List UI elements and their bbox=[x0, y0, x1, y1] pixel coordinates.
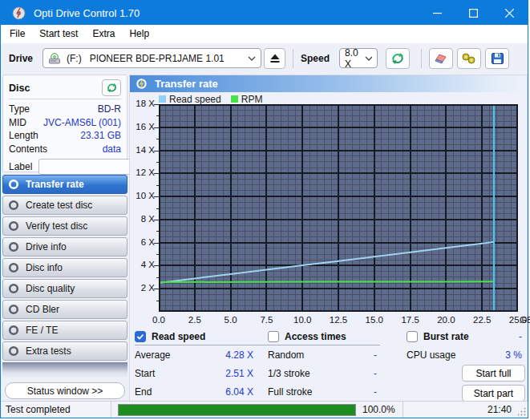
cd-icon bbox=[8, 345, 19, 357]
legend-rpm: RPM bbox=[231, 94, 263, 105]
transfer-rate-icon bbox=[136, 78, 148, 90]
disc-panel-title: Disc bbox=[9, 83, 30, 94]
toolbar: Drive (F:) PIONEER BDE-PR1JAME 1.01 Spee… bbox=[1, 43, 528, 73]
eject-icon bbox=[269, 53, 281, 63]
chart-title: Transfer rate bbox=[155, 78, 218, 90]
legend-swatch-read-speed bbox=[159, 95, 166, 103]
chevron-down-icon bbox=[365, 56, 372, 61]
refresh-disc-button[interactable] bbox=[102, 79, 121, 96]
cd-icon bbox=[8, 220, 19, 232]
cd-icon bbox=[8, 325, 19, 336]
stat-row-average: Average 4.28 X bbox=[135, 345, 268, 364]
status-window-button[interactable]: Status window >> bbox=[5, 382, 125, 399]
resize-grip[interactable] bbox=[518, 408, 526, 416]
y-axis-tick bbox=[154, 243, 159, 244]
window-title: Opti Drive Control 1.70 bbox=[34, 7, 140, 19]
x-axis-label: 7.5 bbox=[253, 315, 280, 325]
minimize-button[interactable] bbox=[419, 1, 455, 25]
menu-bar: File Start test Extra Help bbox=[1, 25, 528, 43]
series-rpm bbox=[159, 281, 494, 282]
y-axis-tick bbox=[156, 208, 159, 209]
chart-header: Transfer rate bbox=[130, 75, 527, 92]
burst-rate-value: - bbox=[519, 331, 525, 342]
search-disc-button[interactable] bbox=[457, 48, 481, 69]
disc-type-value: BD-R bbox=[98, 103, 121, 116]
disc-contents-value: data bbox=[103, 143, 121, 156]
access-times-stats: Access times Random - 1/3 stroke - Full … bbox=[268, 328, 380, 401]
disc-row-type: Type BD-R bbox=[9, 103, 121, 116]
y-axis-label: 18 X bbox=[130, 99, 155, 108]
disc-row-length: Length 23.31 GB bbox=[9, 129, 121, 143]
sidebar-item-extra-tests[interactable]: Extra tests bbox=[2, 341, 127, 361]
sidebar-item-disc-quality[interactable]: Disc quality bbox=[2, 279, 127, 298]
cd-icon bbox=[8, 262, 19, 273]
menu-help[interactable]: Help bbox=[122, 25, 156, 43]
plot-svg bbox=[159, 104, 518, 312]
y-axis-tick bbox=[154, 265, 159, 266]
stat-row-random: Random - bbox=[268, 345, 380, 364]
y-axis-tick bbox=[154, 289, 159, 289]
x-axis-label: 2.5 bbox=[181, 315, 208, 325]
sidebar-item-drive-info[interactable]: Drive info bbox=[2, 237, 127, 256]
disc-label-caption: Label bbox=[9, 161, 32, 172]
stat-row-start: Start 2.51 X bbox=[135, 364, 268, 382]
close-button[interactable] bbox=[492, 1, 528, 25]
sidebar-item-cd-bler[interactable]: CD Bler bbox=[2, 300, 127, 319]
burst-rate-stats: Burst rate - CPU usage 3 % Start full St… bbox=[407, 328, 525, 402]
cd-icon bbox=[8, 304, 19, 315]
y-axis-tick bbox=[156, 231, 159, 232]
sidebar-item-fe-te[interactable]: FE / TE bbox=[2, 321, 127, 340]
y-axis-label: 10 X bbox=[130, 191, 155, 200]
maximize-button[interactable] bbox=[455, 1, 492, 25]
y-axis-tick bbox=[154, 220, 159, 220]
start-full-button[interactable]: Start full bbox=[462, 365, 525, 382]
y-axis-tick bbox=[154, 173, 159, 174]
nav-label: Verify test disc bbox=[26, 220, 87, 232]
status-window-label: Status window >> bbox=[27, 386, 103, 397]
eraser-icon bbox=[433, 52, 449, 65]
refresh-speed-button[interactable] bbox=[386, 48, 410, 69]
start-part-button[interactable]: Start part bbox=[462, 385, 525, 402]
x-axis-unit: GB bbox=[520, 315, 530, 325]
nav-label: Disc info bbox=[26, 262, 63, 273]
check-icon bbox=[136, 333, 144, 341]
sidebar-item-transfer-rate[interactable]: Transfer rate bbox=[2, 175, 127, 194]
status-bar: Test completed 100.0% 21:40 bbox=[1, 401, 528, 418]
y-axis-tick bbox=[156, 139, 159, 139]
disc-length-value: 23.31 GB bbox=[80, 129, 121, 143]
toolbar-separator bbox=[293, 49, 293, 68]
legend-swatch-rpm bbox=[231, 95, 238, 103]
y-axis-tick bbox=[156, 277, 159, 278]
menu-extra[interactable]: Extra bbox=[85, 25, 122, 43]
drive-value: (F:) PIONEER BDE-PR1JAME 1.01 bbox=[67, 53, 248, 64]
save-button[interactable] bbox=[485, 48, 509, 69]
menu-file[interactable]: File bbox=[2, 25, 32, 43]
read-speed-checkbox[interactable] bbox=[135, 331, 146, 342]
chevron-down-icon bbox=[248, 56, 256, 61]
cd-icon bbox=[8, 241, 19, 252]
eject-button[interactable] bbox=[264, 48, 285, 69]
read-speed-caption: Read speed bbox=[152, 331, 205, 342]
x-axis-label: 0.0 bbox=[145, 315, 172, 325]
progress-percent: 100.0% bbox=[362, 404, 401, 415]
sidebar-item-disc-info[interactable]: Disc info bbox=[2, 258, 127, 277]
sidebar-item-create-test-disc[interactable]: Create test disc bbox=[2, 196, 127, 215]
drive-select[interactable]: (F:) PIONEER BDE-PR1JAME 1.01 bbox=[42, 48, 261, 68]
erase-disc-button[interactable] bbox=[429, 48, 453, 69]
y-axis-label: 2 X bbox=[130, 283, 155, 293]
burst-rate-checkbox[interactable] bbox=[407, 331, 418, 342]
minimize-icon bbox=[433, 9, 442, 18]
speed-select[interactable]: 8.0 X bbox=[339, 48, 378, 68]
refresh-icon bbox=[390, 52, 405, 65]
x-axis-label: 20.0 bbox=[432, 315, 459, 325]
menu-start-test[interactable]: Start test bbox=[32, 25, 85, 43]
drive-label: Drive bbox=[9, 53, 33, 64]
y-axis-tick bbox=[156, 115, 159, 116]
access-times-checkbox[interactable] bbox=[268, 331, 279, 342]
y-axis-tick bbox=[156, 162, 159, 163]
disc-mid-value: JVC-AMS6L (001) bbox=[43, 116, 121, 130]
y-axis-tick bbox=[154, 104, 159, 105]
sidebar-item-verify-test-disc[interactable]: Verify test disc bbox=[2, 216, 127, 236]
nav-label: Transfer rate bbox=[26, 179, 84, 190]
progress-fill bbox=[119, 405, 355, 415]
